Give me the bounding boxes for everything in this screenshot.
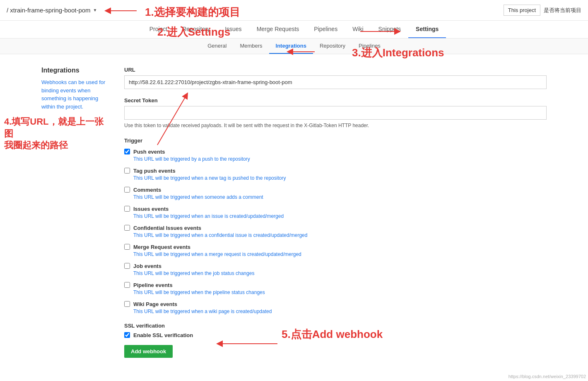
secret-token-hint: Use this token to validate received payl… bbox=[124, 122, 547, 129]
trigger-desc-push_events: This URL will be triggered by a push to … bbox=[133, 156, 547, 162]
triggers-list: Push eventsThis URL will be triggered by… bbox=[124, 149, 547, 314]
ssl-title: SSL verification bbox=[124, 323, 547, 329]
tab-pipelines[interactable]: Pipelines bbox=[306, 21, 345, 38]
checkbox-confidential_issues_events[interactable] bbox=[124, 225, 130, 231]
secret-token-form-group: Secret Token Use this token to validate … bbox=[124, 97, 547, 129]
trigger-desc-confidential_issues_events: This URL will be triggered when a confid… bbox=[133, 232, 547, 238]
top-bar: / xtrain-frame-spring-boot-pom ▼ This pr… bbox=[0, 0, 588, 21]
ssl-check-group: Enable SSL verification bbox=[124, 332, 547, 338]
trigger-item-header: Push events bbox=[124, 149, 547, 155]
project-path-text: / xtrain-frame-spring-boot-pom bbox=[7, 7, 91, 14]
trigger-item: Push eventsThis URL will be triggered by… bbox=[124, 149, 547, 162]
checkbox-job_events[interactable] bbox=[124, 263, 130, 269]
ssl-section: SSL verification Enable SSL verification bbox=[124, 323, 547, 338]
main-content: Integrations Webhooks can be used for bi… bbox=[25, 54, 563, 370]
trigger-item-header: Issues events bbox=[124, 206, 547, 212]
trigger-item: Issues eventsThis URL will be triggered … bbox=[124, 206, 547, 219]
add-webhook-button[interactable]: Add webhook bbox=[124, 345, 173, 358]
checkbox-merge_request_events[interactable] bbox=[124, 244, 130, 250]
main-nav: Project Repository Issues Merge Requests… bbox=[0, 21, 588, 39]
url-label: URL bbox=[124, 67, 547, 73]
dropdown-arrow-icon: ▼ bbox=[93, 8, 97, 12]
subnav-integrations[interactable]: Integrations bbox=[269, 39, 313, 54]
ssl-verification-checkbox[interactable] bbox=[124, 332, 130, 338]
trigger-label-push_events: Push events bbox=[133, 149, 165, 155]
trigger-item: Confidential Issues eventsThis URL will … bbox=[124, 225, 547, 238]
trigger-label-pipeline_events: Pipeline events bbox=[133, 282, 173, 288]
sidebar-title: Integrations bbox=[41, 67, 112, 74]
trigger-label-confidential_issues_events: Confidential Issues events bbox=[133, 225, 201, 231]
trigger-desc-pipeline_events: This URL will be triggered when the pipe… bbox=[133, 289, 547, 295]
trigger-item-header: Job events bbox=[124, 263, 547, 269]
trigger-item-header: Merge Request events bbox=[124, 244, 547, 250]
trigger-item: Merge Request eventsThis URL will be tri… bbox=[124, 244, 547, 257]
top-bar-right: This project 是否将当前项目 bbox=[504, 5, 581, 16]
trigger-desc-wiki_page_events: This URL will be triggered when a wiki p… bbox=[133, 309, 547, 314]
ssl-verification-label: Enable SSL verification bbox=[133, 332, 193, 338]
secret-token-input[interactable] bbox=[124, 106, 547, 120]
tab-wiki[interactable]: Wiki bbox=[345, 21, 371, 38]
trigger-desc-issues_events: This URL will be triggered when an issue… bbox=[133, 213, 547, 219]
trigger-item: Pipeline eventsThis URL will be triggere… bbox=[124, 282, 547, 295]
tab-settings[interactable]: Settings bbox=[408, 21, 446, 38]
tab-project[interactable]: Project bbox=[142, 21, 175, 38]
sidebar: Integrations Webhooks can be used for bi… bbox=[41, 67, 124, 358]
checkbox-wiki_page_events[interactable] bbox=[124, 301, 130, 307]
project-path[interactable]: / xtrain-frame-spring-boot-pom ▼ bbox=[7, 7, 97, 14]
trigger-label-job_events: Job events bbox=[133, 263, 161, 269]
checkbox-comments[interactable] bbox=[124, 187, 130, 193]
tab-repository[interactable]: Repository bbox=[175, 21, 217, 38]
trigger-desc-job_events: This URL will be triggered when the job … bbox=[133, 270, 547, 276]
this-project-button[interactable]: This project bbox=[504, 5, 540, 16]
subnav-general[interactable]: General bbox=[201, 39, 233, 54]
tab-issues[interactable]: Issues bbox=[217, 21, 249, 38]
trigger-item-header: Pipeline events bbox=[124, 282, 547, 288]
trigger-desc-merge_request_events: This URL will be triggered when a merge … bbox=[133, 251, 547, 257]
url-input[interactable] bbox=[124, 75, 547, 89]
trigger-item: Wiki Page eventsThis URL will be trigger… bbox=[124, 301, 547, 314]
tab-snippets[interactable]: Snippets bbox=[371, 21, 408, 38]
trigger-item-header: Wiki Page events bbox=[124, 301, 547, 307]
trigger-label-wiki_page_events: Wiki Page events bbox=[133, 301, 177, 307]
trigger-desc-tag_push_events: This URL will be triggered when a new ta… bbox=[133, 175, 547, 181]
trigger-label-issues_events: Issues events bbox=[133, 206, 169, 212]
checkbox-pipeline_events[interactable] bbox=[124, 282, 130, 288]
trigger-section: Trigger Push eventsThis URL will be trig… bbox=[124, 137, 547, 314]
checkbox-push_events[interactable] bbox=[124, 149, 130, 154]
trigger-item: Tag push eventsThis URL will be triggere… bbox=[124, 168, 547, 181]
trigger-label-comments: Comments bbox=[133, 187, 161, 193]
trigger-label: Trigger bbox=[124, 137, 547, 144]
tab-merge-requests[interactable]: Merge Requests bbox=[249, 21, 307, 38]
url-form-group: URL bbox=[124, 67, 547, 89]
trigger-label-tag_push_events: Tag push events bbox=[133, 168, 176, 174]
secret-token-label: Secret Token bbox=[124, 97, 547, 104]
trigger-item: CommentsThis URL will be triggered when … bbox=[124, 187, 547, 200]
trigger-item-header: Comments bbox=[124, 187, 547, 193]
trigger-item-header: Tag push events bbox=[124, 168, 547, 174]
checkbox-tag_push_events[interactable] bbox=[124, 168, 130, 174]
checkbox-issues_events[interactable] bbox=[124, 206, 130, 212]
trigger-desc-comments: This URL will be triggered when someone … bbox=[133, 194, 547, 200]
is-current-label: 是否将当前项目 bbox=[544, 7, 581, 14]
sidebar-description: Webhooks can be used for binding events … bbox=[41, 78, 112, 111]
subnav-repository[interactable]: Repository bbox=[313, 39, 352, 54]
subnav-pipelines[interactable]: Pipelines bbox=[352, 39, 387, 54]
form-section: URL Secret Token Use this token to valid… bbox=[124, 67, 547, 358]
trigger-item: Job eventsThis URL will be triggered whe… bbox=[124, 263, 547, 276]
trigger-label-merge_request_events: Merge Request events bbox=[133, 244, 190, 250]
watermark: https://blog.csdn.net/weixin_23399702 bbox=[508, 374, 586, 379]
trigger-item-header: Confidential Issues events bbox=[124, 225, 547, 231]
subnav-members[interactable]: Members bbox=[233, 39, 269, 54]
sub-nav: General Members Integrations Repository … bbox=[0, 39, 588, 54]
